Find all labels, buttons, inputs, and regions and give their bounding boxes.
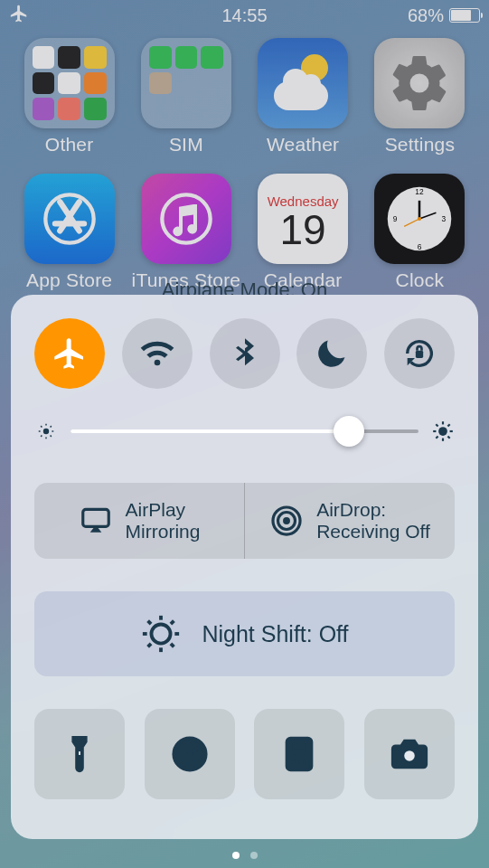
airdrop-button[interactable]: AirDrop: Receiving Off [244, 483, 455, 559]
control-center: AirPlay Mirroring AirDrop: Receiving Off… [11, 295, 478, 839]
svg-point-51 [293, 760, 296, 764]
night-shift-button[interactable]: Night Shift: Off [34, 591, 455, 676]
svg-line-29 [447, 424, 449, 426]
night-shift-label: Night Shift: Off [202, 621, 348, 647]
svg-point-12 [43, 429, 49, 434]
calculator-button[interactable] [254, 709, 344, 799]
airdrop-label-2: Receiving Off [316, 521, 430, 542]
brightness-low-icon [34, 420, 58, 443]
brightness-slider[interactable] [34, 420, 455, 443]
svg-point-49 [297, 754, 301, 758]
svg-point-50 [303, 754, 306, 758]
svg-line-28 [436, 436, 437, 438]
svg-line-17 [41, 426, 42, 427]
orientation-lock-toggle[interactable] [384, 318, 455, 389]
svg-point-45 [187, 751, 193, 757]
svg-point-54 [403, 750, 415, 761]
quick-row [34, 709, 455, 799]
brightness-track[interactable] [71, 429, 418, 433]
svg-rect-47 [293, 744, 306, 750]
svg-point-42 [152, 624, 171, 643]
camera-button[interactable] [364, 709, 455, 799]
toggle-row [34, 318, 455, 389]
svg-line-26 [436, 424, 437, 426]
svg-point-21 [438, 427, 447, 436]
airplay-label-1: AirPlay [126, 499, 201, 521]
flashlight-button[interactable] [34, 709, 125, 799]
airplay-airdrop-row: AirPlay Mirroring AirDrop: Receiving Off [34, 483, 455, 559]
svg-point-48 [293, 754, 296, 758]
svg-rect-30 [82, 509, 108, 526]
page-dot-1[interactable] [250, 852, 258, 859]
page-dot-0[interactable] [232, 852, 240, 859]
wifi-toggle[interactable] [122, 318, 193, 389]
svg-point-52 [297, 760, 301, 764]
brightness-high-icon [431, 420, 455, 443]
svg-point-53 [303, 760, 306, 764]
svg-line-39 [171, 644, 174, 646]
svg-point-31 [283, 517, 290, 524]
svg-line-38 [148, 621, 151, 624]
dnd-toggle[interactable] [296, 318, 367, 389]
timer-button[interactable] [145, 709, 235, 799]
svg-line-19 [41, 436, 42, 437]
airplay-button[interactable]: AirPlay Mirroring [34, 483, 244, 559]
svg-rect-11 [416, 351, 423, 358]
airplay-label-2: Mirroring [126, 521, 201, 542]
svg-line-18 [51, 436, 52, 437]
airplane-toggle[interactable] [34, 318, 105, 389]
bluetooth-toggle[interactable] [210, 318, 280, 389]
cc-page-dots[interactable] [232, 852, 258, 859]
svg-line-40 [148, 644, 151, 646]
svg-line-41 [171, 621, 174, 624]
brightness-thumb[interactable] [334, 416, 364, 447]
svg-line-27 [447, 436, 449, 438]
airdrop-label-1: AirDrop: [316, 499, 430, 521]
svg-line-20 [51, 426, 52, 427]
svg-rect-43 [78, 750, 81, 756]
